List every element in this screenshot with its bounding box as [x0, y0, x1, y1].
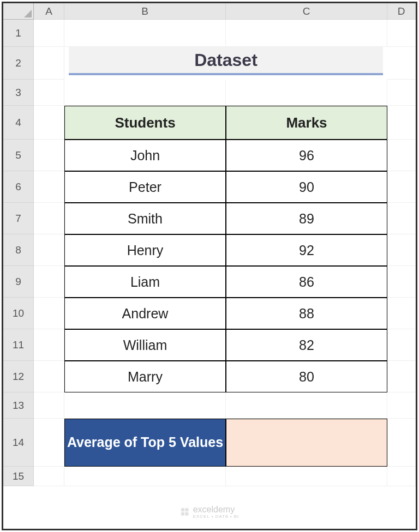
cell-A12[interactable]	[34, 361, 64, 392]
watermark-brand: exceldemy	[193, 505, 235, 514]
row-header-7[interactable]: 7	[3, 203, 34, 234]
svg-rect-3	[185, 512, 188, 516]
table-row[interactable]: Liam	[64, 266, 226, 298]
table-header-marks[interactable]: Marks	[226, 106, 387, 140]
cell-D4[interactable]	[387, 106, 416, 140]
cell-A1[interactable]	[34, 20, 64, 47]
row-header-5[interactable]: 5	[3, 140, 34, 171]
row-header-4[interactable]: 4	[3, 106, 34, 140]
row-header-14[interactable]: 14	[3, 419, 34, 467]
row-header-2[interactable]: 2	[3, 47, 34, 80]
cell-A13[interactable]	[34, 392, 64, 419]
cell-D5[interactable]	[387, 140, 416, 171]
cell-A6[interactable]	[34, 171, 64, 203]
table-row[interactable]: 89	[226, 203, 387, 234]
cell-D11[interactable]	[387, 329, 416, 361]
table-row[interactable]: 86	[226, 266, 387, 298]
cell-A9[interactable]	[34, 266, 64, 298]
row-header-13[interactable]: 13	[3, 392, 34, 419]
cell-B1[interactable]	[64, 20, 226, 47]
table-row[interactable]: 82	[226, 329, 387, 361]
spreadsheet-grid: A B C D 1 2 Dataset 3 4 Students Marks 5…	[3, 3, 416, 529]
cell-D7[interactable]	[387, 203, 416, 234]
cell-D10[interactable]	[387, 298, 416, 329]
col-header-D[interactable]: D	[387, 3, 416, 20]
cell-D8[interactable]	[387, 234, 416, 266]
table-row[interactable]: 90	[226, 171, 387, 203]
cell-D14[interactable]	[387, 419, 416, 467]
row-header-3[interactable]: 3	[3, 80, 34, 106]
cell-D13[interactable]	[387, 392, 416, 419]
svg-rect-1	[185, 508, 188, 511]
table-row[interactable]: Henry	[64, 234, 226, 266]
table-row[interactable]: 96	[226, 140, 387, 171]
cell-C3[interactable]	[226, 80, 387, 106]
row-header-6[interactable]: 6	[3, 171, 34, 203]
cell-A4[interactable]	[34, 106, 64, 140]
table-row[interactable]: Smith	[64, 203, 226, 234]
row-header-15[interactable]: 15	[3, 467, 34, 486]
cell-D1[interactable]	[387, 20, 416, 47]
row-header-1[interactable]: 1	[3, 20, 34, 47]
dataset-title[interactable]: Dataset	[69, 47, 383, 75]
row-header-8[interactable]: 8	[3, 234, 34, 266]
row-header-9[interactable]: 9	[3, 266, 34, 298]
col-header-C[interactable]: C	[226, 3, 387, 20]
table-row[interactable]: 88	[226, 298, 387, 329]
logo-icon	[180, 507, 190, 517]
cell-C15[interactable]	[226, 467, 387, 486]
cell-C13[interactable]	[226, 392, 387, 419]
row-header-12[interactable]: 12	[3, 361, 34, 392]
cell-D15[interactable]	[387, 467, 416, 486]
cell-A10[interactable]	[34, 298, 64, 329]
col-header-B[interactable]: B	[64, 3, 226, 20]
cell-D6[interactable]	[387, 171, 416, 203]
spreadsheet-frame: A B C D 1 2 Dataset 3 4 Students Marks 5…	[2, 2, 417, 530]
cell-D9[interactable]	[387, 266, 416, 298]
cell-A7[interactable]	[34, 203, 64, 234]
table-row[interactable]: Andrew	[64, 298, 226, 329]
cell-B13[interactable]	[64, 392, 226, 419]
table-row[interactable]: Marry	[64, 361, 226, 392]
cell-D3[interactable]	[387, 80, 416, 106]
average-value[interactable]	[226, 419, 387, 467]
col-header-A[interactable]: A	[34, 3, 64, 20]
cell-D2[interactable]	[387, 47, 416, 80]
cell-A14[interactable]	[34, 419, 64, 467]
cell-D12[interactable]	[387, 361, 416, 392]
select-all-corner[interactable]	[3, 3, 34, 20]
table-row[interactable]: 92	[226, 234, 387, 266]
table-row[interactable]: John	[64, 140, 226, 171]
cell-C1[interactable]	[226, 20, 387, 47]
svg-rect-2	[181, 512, 184, 516]
cell-A8[interactable]	[34, 234, 64, 266]
average-label[interactable]: Average of Top 5 Values	[64, 419, 226, 467]
cell-A3[interactable]	[34, 80, 64, 106]
watermark: exceldemy EXCEL • DATA • BI	[180, 505, 240, 519]
cell-A2[interactable]	[34, 47, 64, 80]
watermark-tag: EXCEL • DATA • BI	[193, 515, 240, 519]
cell-A11[interactable]	[34, 329, 64, 361]
cell-A15[interactable]	[34, 467, 64, 486]
table-row[interactable]: Peter	[64, 171, 226, 203]
cell-B3[interactable]	[64, 80, 226, 106]
table-header-students[interactable]: Students	[64, 106, 226, 140]
table-row[interactable]: William	[64, 329, 226, 361]
table-row[interactable]: 80	[226, 361, 387, 392]
row-header-11[interactable]: 11	[3, 329, 34, 361]
cell-A5[interactable]	[34, 140, 64, 171]
svg-rect-0	[181, 508, 184, 511]
cell-B15[interactable]	[64, 467, 226, 486]
row-header-10[interactable]: 10	[3, 298, 34, 329]
